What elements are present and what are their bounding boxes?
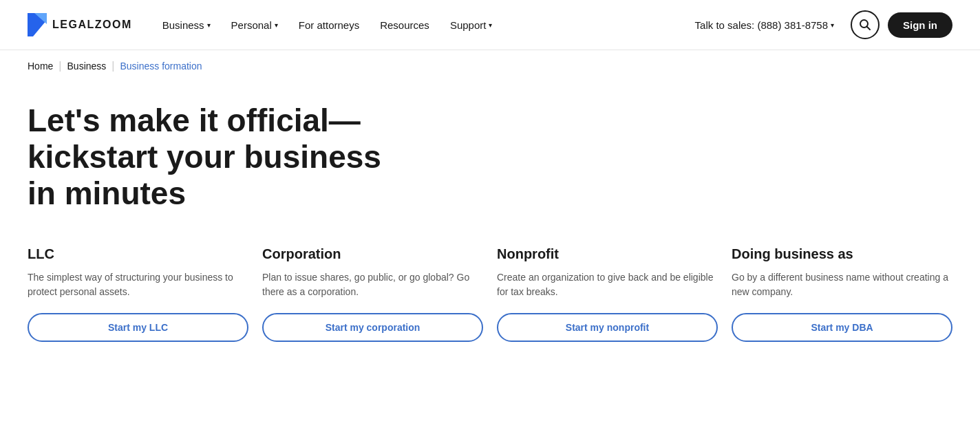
hero-title: Let's make it official—kickstart your bu… [28, 102, 413, 212]
card-dba: Doing business as Go by a different busi… [732, 246, 952, 342]
card-nonprofit: Nonprofit Create an organization to give… [497, 246, 718, 342]
nav-item-personal[interactable]: Personal ▾ [223, 14, 286, 36]
breadcrumb-current: Business formation [120, 61, 202, 72]
card-llc-desc: The simplest way of structuring your bus… [28, 270, 248, 299]
cards-row: LLC The simplest way of structuring your… [28, 246, 952, 342]
card-llc-title: LLC [28, 246, 248, 262]
start-llc-button[interactable]: Start my LLC [28, 313, 248, 342]
breadcrumb-home[interactable]: Home [28, 61, 53, 72]
nav-items: Business ▾ Personal ▾ For attorneys Reso… [154, 14, 687, 36]
legalzoom-logo-icon [28, 13, 47, 36]
card-corporation-desc: Plan to issue shares, go public, or go g… [262, 270, 483, 299]
start-dba-button[interactable]: Start my DBA [732, 313, 952, 342]
card-nonprofit-desc: Create an organization to give back and … [497, 270, 718, 299]
logo-text: LEGALZOOM [52, 19, 132, 31]
navigation: LEGALZOOM Business ▾ Personal ▾ For atto… [0, 0, 980, 50]
chevron-down-icon: ▾ [275, 21, 278, 29]
chevron-down-icon: ▾ [489, 21, 492, 29]
card-llc: LLC The simplest way of structuring your… [28, 246, 248, 342]
start-nonprofit-button[interactable]: Start my nonprofit [497, 313, 718, 342]
nav-item-business[interactable]: Business ▾ [154, 14, 219, 36]
breadcrumb-separator: | [111, 60, 114, 72]
main-content: Let's make it official—kickstart your bu… [0, 82, 980, 369]
nav-item-attorneys[interactable]: For attorneys [290, 14, 368, 36]
nav-right: Talk to sales: (888) 381-8758 ▾ Sign in [687, 10, 952, 39]
breadcrumb-business[interactable]: Business [67, 61, 107, 72]
card-corporation: Corporation Plan to issue shares, go pub… [262, 246, 483, 342]
search-icon [859, 19, 871, 31]
logo[interactable]: LEGALZOOM [28, 13, 132, 36]
search-button[interactable] [851, 10, 880, 39]
talk-to-sales[interactable]: Talk to sales: (888) 381-8758 ▾ [687, 14, 842, 36]
svg-line-3 [867, 27, 871, 30]
nav-item-resources[interactable]: Resources [372, 14, 438, 36]
nav-item-support[interactable]: Support ▾ [442, 14, 501, 36]
card-nonprofit-title: Nonprofit [497, 246, 718, 262]
breadcrumb-separator: | [58, 60, 61, 72]
chevron-down-icon: ▾ [207, 21, 211, 29]
chevron-down-icon: ▾ [831, 21, 834, 29]
card-dba-title: Doing business as [732, 246, 952, 262]
signin-button[interactable]: Sign in [888, 12, 952, 38]
card-corporation-title: Corporation [262, 246, 483, 262]
breadcrumb: Home | Business | Business formation [0, 50, 980, 82]
start-corporation-button[interactable]: Start my corporation [262, 313, 483, 342]
card-dba-desc: Go by a different business name without … [732, 270, 952, 299]
